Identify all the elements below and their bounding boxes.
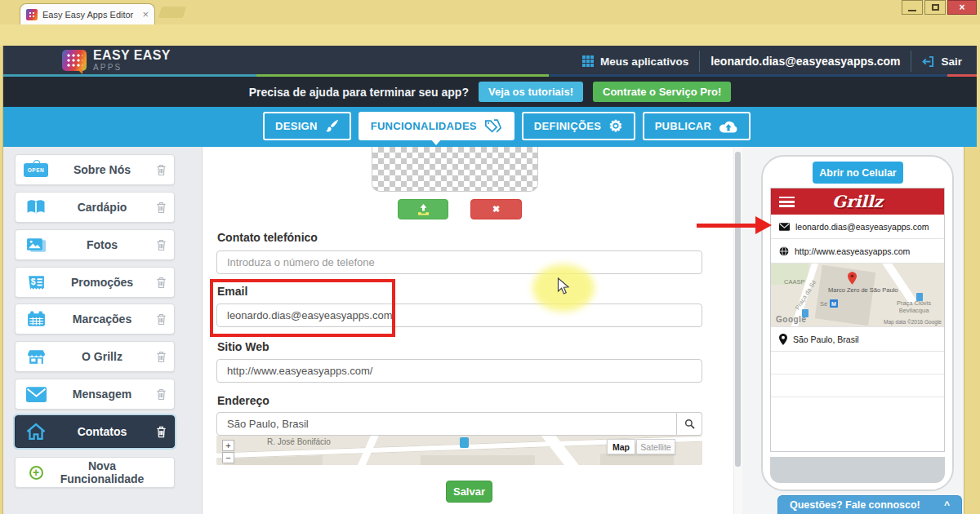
help-question: Precisa de ajuda para terminar seu app? bbox=[249, 86, 469, 99]
logout-link[interactable]: Sair bbox=[922, 55, 962, 68]
map-type-satellite-button[interactable]: Satellite bbox=[636, 439, 675, 454]
sidebar-item-cardapio[interactable]: Cardápio bbox=[15, 192, 175, 223]
trash-icon[interactable] bbox=[148, 426, 174, 438]
mouse-cursor bbox=[557, 277, 571, 295]
google-logo: Google bbox=[776, 315, 806, 324]
chevron-up-icon[interactable]: ^ bbox=[944, 499, 950, 511]
open-sign-icon: OPEN bbox=[16, 163, 56, 177]
sidebar-item-label: Promoções bbox=[56, 276, 148, 289]
tab-design[interactable]: DESIGN bbox=[263, 112, 351, 140]
upload-image-button[interactable] bbox=[398, 199, 448, 219]
preview-empty-row bbox=[771, 374, 944, 397]
header-right-group: Meus aplicativos leonardo.dias@easyeasya… bbox=[582, 46, 962, 77]
sidebar-item-mensagem[interactable]: Mensagem bbox=[15, 379, 175, 410]
preview-website-row[interactable]: http://www.easyeasyapps.com bbox=[771, 239, 944, 264]
trash-icon[interactable] bbox=[148, 164, 174, 176]
preview-email-text: leonardo.dias@easyeasyapps.com bbox=[795, 222, 929, 232]
map-pin-red-icon bbox=[848, 272, 857, 285]
sidebar-item-label: O Grillz bbox=[56, 350, 148, 363]
my-apps-label: Meus aplicativos bbox=[600, 55, 688, 68]
header-separator bbox=[699, 51, 700, 72]
sidebar-item-fotos[interactable]: Fotos bbox=[15, 229, 175, 260]
tab-funcionalidades[interactable]: FUNCIONALIDADES bbox=[359, 112, 514, 140]
gear-icon: ⚙ bbox=[608, 118, 622, 134]
sidebar-item-contatos[interactable]: Contatos bbox=[15, 415, 175, 448]
new-tab-button[interactable] bbox=[158, 7, 187, 18]
tab-publicar[interactable]: PUBLICAR bbox=[643, 112, 751, 140]
phone-chin bbox=[770, 457, 945, 483]
preview-location-row[interactable]: São Paulo, Brasil bbox=[771, 327, 944, 352]
map-block bbox=[421, 455, 535, 465]
transit-icon bbox=[460, 437, 469, 448]
sidebar-item-sobre-nos[interactable]: OPEN Sobre Nós bbox=[15, 154, 175, 185]
exit-icon bbox=[922, 55, 934, 68]
scrollbar-thumb[interactable] bbox=[735, 152, 741, 467]
tab-definicoes-label: DEFINIÇÕES bbox=[534, 120, 601, 132]
trash-icon[interactable] bbox=[148, 313, 174, 326]
phone-screen: Grillz leonardo.dias@easyeasyapps.com ht… bbox=[770, 188, 945, 452]
map-block bbox=[600, 454, 674, 465]
brand-line1: EASY EASY bbox=[93, 49, 171, 62]
map-type-map-button[interactable]: Map bbox=[607, 439, 635, 454]
preview-email-row[interactable]: leonardo.dias@easyeasyapps.com bbox=[771, 215, 944, 239]
map-label-se: Sé bbox=[820, 300, 827, 308]
window-maximize-button[interactable] bbox=[924, 0, 946, 15]
tab-publicar-label: PUBLICAR bbox=[655, 120, 712, 132]
phone-input[interactable] bbox=[216, 250, 702, 274]
sidebar-item-label: Mensagem bbox=[56, 388, 148, 401]
annotation-arrow bbox=[697, 224, 757, 228]
sidebar-item-o-grillz[interactable]: O Grillz bbox=[15, 341, 175, 372]
trash-icon[interactable] bbox=[148, 388, 174, 401]
app-title: Grillz bbox=[771, 192, 944, 211]
my-apps-link[interactable]: Meus aplicativos bbox=[582, 55, 688, 68]
open-on-mobile-button[interactable]: Abrir no Celular bbox=[813, 162, 903, 184]
tutorials-button[interactable]: Veja os tutoriais! bbox=[479, 82, 583, 102]
map-zoom-in-button[interactable]: + bbox=[222, 440, 234, 451]
house-icon bbox=[16, 423, 56, 441]
hamburger-menu-icon[interactable] bbox=[779, 197, 795, 207]
app-preview-header: Grillz bbox=[771, 188, 944, 215]
storefront-icon bbox=[16, 348, 56, 366]
address-search-button[interactable] bbox=[677, 412, 702, 436]
help-bar: Precisa de ajuda para terminar seu app? … bbox=[0, 77, 980, 107]
sidebar-item-label: Cardápio bbox=[56, 201, 148, 214]
remove-image-button[interactable]: ✖ bbox=[470, 199, 522, 219]
sidebar-item-promocoes[interactable]: $ Promoções bbox=[15, 267, 175, 298]
new-feature-button[interactable]: + Nova Funcionalidade bbox=[15, 457, 175, 488]
sidebar-item-marcacoes[interactable]: Marcações bbox=[15, 304, 175, 335]
trash-icon[interactable] bbox=[148, 351, 174, 363]
new-feature-label: Nova Funcionalidade bbox=[56, 459, 148, 485]
browser-tab[interactable]: Easy Easy Apps Editor × bbox=[20, 3, 155, 24]
address-map[interactable]: R. José Bonifácio + − Map Satellite bbox=[216, 436, 702, 465]
chat-support-bar[interactable]: Questões? Fale connosco! ^ bbox=[777, 495, 962, 514]
tab-funcionalidades-label: FUNCIONALIDADES bbox=[371, 120, 477, 132]
map-label-marco: Marco Zero de São Paulo bbox=[828, 286, 898, 294]
magnifier-icon bbox=[684, 419, 695, 429]
website-input[interactable] bbox=[216, 359, 702, 383]
window-border-right bbox=[977, 46, 980, 147]
preview-location-text: São Paulo, Brasil bbox=[793, 335, 859, 344]
website-label: Sitio Web bbox=[217, 340, 270, 353]
window-minimize-button[interactable] bbox=[902, 0, 923, 15]
map-zoom-out-button[interactable]: − bbox=[222, 452, 234, 463]
globe-icon bbox=[779, 246, 789, 256]
favicon bbox=[26, 9, 38, 20]
preview-map[interactable]: CAASP Praça da Sé Marco Zero de São Paul… bbox=[771, 264, 944, 327]
trash-icon[interactable] bbox=[148, 277, 174, 289]
address-label: Endereço bbox=[217, 394, 270, 407]
window-border-right bbox=[964, 147, 980, 514]
plus-circle-icon: + bbox=[16, 466, 56, 480]
brush-icon bbox=[325, 119, 339, 133]
trash-icon[interactable] bbox=[148, 202, 174, 214]
window-close-button[interactable]: × bbox=[947, 0, 977, 15]
address-input[interactable] bbox=[216, 412, 677, 436]
pro-service-button[interactable]: Contrate o Serviço Pro! bbox=[593, 82, 731, 102]
tab-close-icon[interactable]: × bbox=[142, 11, 149, 19]
window-border-left bbox=[0, 46, 3, 514]
trash-icon[interactable] bbox=[148, 239, 174, 251]
svg-text:$: $ bbox=[30, 277, 35, 286]
easyeasyapps-logo-icon bbox=[62, 50, 87, 71]
tab-definicoes[interactable]: DEFINIÇÕES ⚙ bbox=[522, 112, 635, 140]
save-button[interactable]: Salvar bbox=[446, 481, 492, 503]
cloud-upload-icon bbox=[719, 120, 738, 133]
